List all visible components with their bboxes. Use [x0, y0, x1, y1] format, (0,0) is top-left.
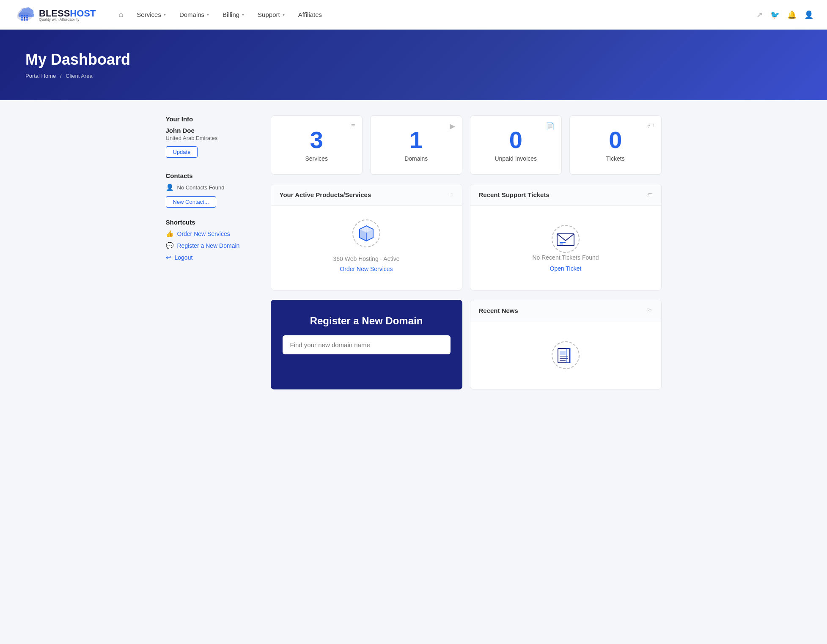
your-info-title: Your Info [166, 115, 259, 123]
svg-point-7 [21, 19, 23, 21]
news-panel-title: Recent News [479, 307, 518, 314]
bell-icon[interactable]: 🔔 [787, 10, 797, 19]
nav-affiliates[interactable]: Affiliates [292, 8, 328, 22]
active-services-title: Your Active Products/Services [280, 191, 371, 198]
logo-bless: BLESS [39, 8, 70, 19]
new-contact-button[interactable]: New Contact... [166, 196, 216, 208]
no-contacts: 👤 No Contacts Found [166, 184, 259, 191]
stat-tickets-label: Tickets [606, 155, 625, 162]
stat-services-number: 3 [310, 128, 323, 152]
service-icon-wrap [351, 218, 382, 249]
nav-home[interactable]: ⌂ [113, 7, 129, 22]
domain-icon: 💬 [166, 242, 174, 249]
panel-support-icon: 🏷 [646, 191, 653, 198]
no-tickets-text: No Recent Tickets Found [532, 254, 599, 261]
breadcrumb-separator: / [60, 73, 62, 79]
navbar: BLESSHOST Quality with Affordability ⌂ S… [0, 0, 827, 30]
hero-banner: My Dashboard Portal Home / Client Area [0, 30, 827, 100]
svg-rect-22 [560, 351, 566, 355]
svg-point-1 [21, 15, 23, 16]
breadcrumb-home[interactable]: Portal Home [25, 73, 56, 79]
stat-domains-number: 1 [409, 128, 423, 152]
nav-domains[interactable]: Domains ▾ [173, 8, 215, 22]
stat-domains[interactable]: ▶ 1 Domains [370, 115, 462, 175]
logo-icon [14, 4, 36, 26]
shortcut-order-services[interactable]: 👍 Order New Services [166, 230, 259, 238]
stat-domains-label: Domains [404, 155, 428, 162]
bird-icon[interactable]: 🐦 [770, 10, 780, 19]
stat-tickets[interactable]: 🏷 0 Tickets [569, 115, 662, 175]
svg-rect-21 [558, 348, 570, 363]
news-panel-header: Recent News 🏳 [470, 300, 661, 321]
nav-billing[interactable]: Billing ▾ [217, 8, 250, 22]
chevron-down-icon: ▾ [164, 12, 166, 17]
svg-point-6 [26, 17, 28, 19]
invoices-icon: 📄 [546, 122, 555, 131]
nav-support[interactable]: Support ▾ [252, 8, 291, 22]
open-ticket-link[interactable]: Open Ticket [550, 265, 582, 272]
order-new-services-link[interactable]: Order New Services [340, 266, 393, 272]
news-icon [550, 340, 581, 370]
news-panel: Recent News 🏳 [470, 300, 662, 389]
main-nav: ⌂ Services ▾ Domains ▾ Billing ▾ Support… [113, 7, 756, 22]
shortcut-logout[interactable]: ↩ Logout [166, 254, 259, 261]
support-panel-header: Recent Support Tickets 🏷 [470, 184, 661, 206]
svg-point-4 [21, 17, 23, 19]
logo[interactable]: BLESSHOST Quality with Affordability [14, 4, 96, 26]
stat-cards: ≡ 3 Services ▶ 1 Domains 📄 0 Unpaid Invo… [271, 115, 662, 175]
support-panel: Recent Support Tickets 🏷 No Recent Ti [470, 184, 662, 290]
domain-register-panel: Register a New Domain [271, 300, 462, 389]
domain-panel-title: Register a New Domain [310, 315, 423, 327]
person-icon: 👤 [166, 184, 174, 191]
svg-point-5 [24, 17, 25, 19]
shortcut-register-domain[interactable]: 💬 Register a New Domain [166, 242, 259, 249]
logout-icon: ↩ [166, 254, 171, 261]
tickets-icon: 🏷 [647, 122, 654, 130]
stat-invoices-label: Unpaid Invoices [495, 155, 537, 162]
breadcrumb-current: Client Area [66, 73, 93, 79]
nav-services[interactable]: Services ▾ [131, 8, 172, 22]
breadcrumb: Portal Home / Client Area [25, 73, 802, 79]
user-country: United Arab Emirates [166, 135, 259, 141]
svg-point-8 [24, 19, 25, 21]
news-panel-body [470, 321, 661, 389]
stat-services[interactable]: ≡ 3 Services [271, 115, 363, 175]
sidebar: Your Info John Doe United Arab Emirates … [166, 115, 259, 389]
services-icon: ≡ [351, 122, 355, 130]
panels-row: Your Active Products/Services ≡ [271, 184, 662, 290]
support-panel-title: Recent Support Tickets [479, 191, 550, 198]
svg-point-9 [26, 19, 28, 21]
logo-host: HOST [70, 8, 96, 19]
stat-invoices[interactable]: 📄 0 Unpaid Invoices [470, 115, 562, 175]
user-icon[interactable]: 👤 [804, 10, 813, 19]
service-name: 360 Web Hosting - Active [333, 255, 400, 262]
active-services-panel: Your Active Products/Services ≡ [271, 184, 462, 290]
user-name: John Doe [166, 127, 259, 134]
support-panel-body: No Recent Tickets Found Open Ticket [470, 206, 661, 290]
panel-services-icon: ≡ [450, 191, 453, 198]
contacts-title: Contacts [166, 172, 259, 179]
stat-invoices-number: 0 [509, 128, 522, 152]
ticket-icon [550, 224, 581, 254]
dashboard-area: ≡ 3 Services ▶ 1 Domains 📄 0 Unpaid Invo… [271, 115, 662, 389]
bottom-row: Register a New Domain Recent News 🏳 [271, 300, 662, 389]
share-icon[interactable]: ↗ [756, 10, 763, 19]
chevron-down-icon: ▾ [207, 12, 209, 17]
main-content: Your Info John Doe United Arab Emirates … [156, 115, 672, 389]
active-services-header: Your Active Products/Services ≡ [271, 184, 462, 206]
svg-point-16 [552, 225, 579, 252]
navbar-icons: ↗ 🐦 🔔 👤 [756, 10, 813, 19]
domain-search-input[interactable] [283, 335, 451, 354]
shortcuts-title: Shortcuts [166, 219, 259, 226]
svg-point-3 [26, 15, 28, 16]
order-icon: 👍 [166, 230, 174, 238]
update-button[interactable]: Update [166, 146, 198, 158]
chevron-down-icon: ▾ [283, 12, 285, 17]
stat-services-label: Services [305, 155, 328, 162]
svg-point-2 [24, 15, 25, 16]
stat-tickets-number: 0 [609, 128, 622, 152]
service-icon [351, 218, 382, 249]
chevron-down-icon: ▾ [242, 12, 244, 17]
service-item: 360 Web Hosting - Active Order New Servi… [271, 206, 462, 285]
page-title: My Dashboard [25, 51, 802, 69]
